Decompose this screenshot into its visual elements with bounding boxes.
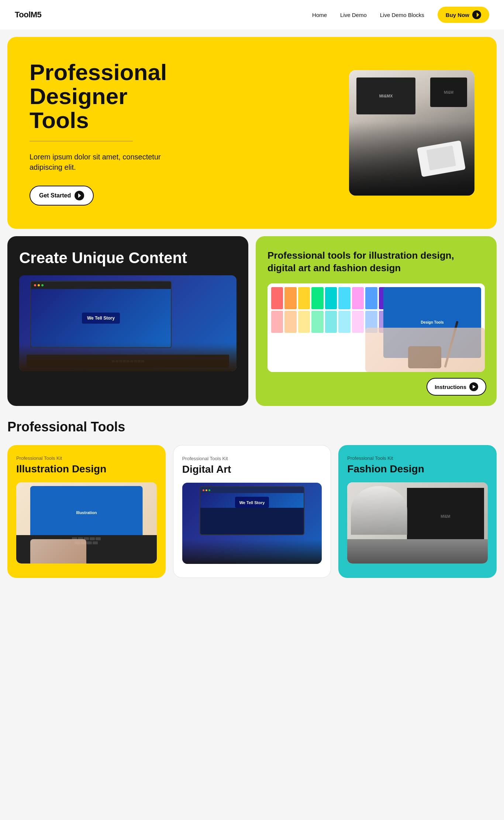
card-title-3: Fashion Design (347, 463, 488, 475)
col-green-image: Design Tools (267, 283, 485, 372)
professional-tools-section: Professional Tools Professional Tools Ki… (7, 419, 497, 578)
card-image-3: MI&M (347, 482, 488, 564)
instructions-button[interactable]: Instructions (427, 378, 486, 396)
site-logo[interactable]: ToolM5 (15, 10, 41, 20)
card-kit-label-2: Professional Tools Kit (182, 456, 322, 461)
hero-subtitle: Lorem ipsum dolor sit amet, consectetur … (30, 152, 170, 172)
buy-now-button[interactable]: Buy Now (438, 7, 489, 23)
nav-live-demo-blocks[interactable]: Live Demo Blocks (380, 12, 424, 18)
buy-now-arrow-icon (472, 10, 481, 19)
card-kit-label-1: Professional Tools Kit (16, 455, 157, 461)
col-green-title: Professional tools for illustration desi… (267, 249, 485, 275)
card-image-2: We Tell Story (182, 483, 322, 564)
hero-text: Professional Designer Tools Lorem ipsum … (30, 60, 170, 206)
digital-art-card: Professional Tools Kit Digital Art We Te… (173, 445, 331, 578)
fashion-design-card: Professional Tools Kit Fashion Design MI… (338, 445, 497, 578)
card-title-1: Illustration Design (16, 463, 157, 475)
small-badge-text: We Tell Story (239, 500, 265, 505)
get-started-button[interactable]: Get Started (30, 186, 94, 206)
navbar: ToolM5 Home Live Demo Live Demo Blocks B… (0, 0, 504, 30)
hero-image: MI&MX MI&M (349, 70, 474, 196)
two-column-section: Create Unique Content We Tell Story (7, 236, 497, 406)
card-kit-label-3: Professional Tools Kit (347, 455, 488, 461)
hero-divider (30, 141, 133, 142)
hero-title: Professional Designer Tools (30, 60, 170, 132)
hero-section: Professional Designer Tools Lorem ipsum … (7, 37, 497, 229)
nav-live-demo[interactable]: Live Demo (340, 12, 367, 18)
illustration-design-card: Professional Tools Kit Illustration Desi… (7, 445, 166, 578)
get-started-arrow-icon (75, 191, 84, 200)
laptop-badge-text: We Tell Story (87, 316, 115, 321)
col-black-image: We Tell Story (19, 275, 237, 371)
card-title-2: Digital Art (182, 464, 322, 475)
create-unique-content-card: Create Unique Content We Tell Story (7, 236, 248, 406)
pro-tools-title: Professional Tools (7, 419, 497, 435)
cards-grid: Professional Tools Kit Illustration Desi… (7, 445, 497, 578)
card-image-1: Illustration (16, 482, 157, 564)
nav-links: Home Live Demo Live Demo Blocks Buy Now (312, 7, 489, 23)
nav-home[interactable]: Home (312, 12, 327, 18)
professional-tools-card: Professional tools for illustration desi… (256, 236, 497, 406)
col-black-title: Create Unique Content (19, 249, 237, 266)
instructions-arrow-icon (469, 382, 478, 391)
